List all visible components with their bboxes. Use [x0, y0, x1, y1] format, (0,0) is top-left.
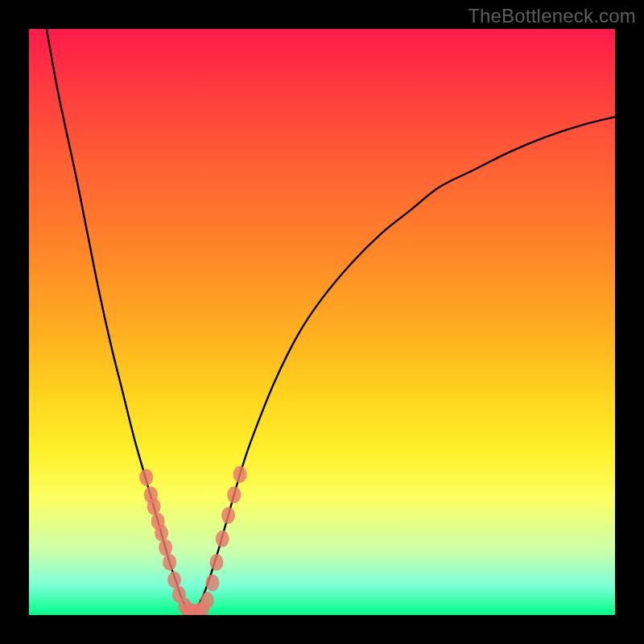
highlight-point: [227, 486, 241, 503]
left-curve: [47, 29, 193, 615]
right-curve: [193, 117, 615, 615]
highlight-point: [200, 592, 214, 609]
plot-area: [29, 29, 615, 615]
highlight-point: [155, 525, 168, 542]
highlight-point: [139, 469, 153, 485]
highlight-point: [159, 539, 172, 556]
curve-layer: [29, 29, 615, 615]
watermark-label: TheBottleneck.com: [468, 5, 636, 27]
highlight-point: [216, 530, 229, 547]
highlight-point: [221, 507, 235, 524]
highlight-point: [147, 498, 161, 515]
highlight-point: [233, 466, 247, 483]
highlight-markers: [139, 466, 246, 615]
highlight-point: [209, 554, 223, 571]
highlight-point: [167, 572, 181, 588]
chart-frame: TheBottleneck.com: [0, 0, 644, 644]
highlight-point: [163, 554, 176, 571]
highlight-point: [205, 574, 219, 591]
